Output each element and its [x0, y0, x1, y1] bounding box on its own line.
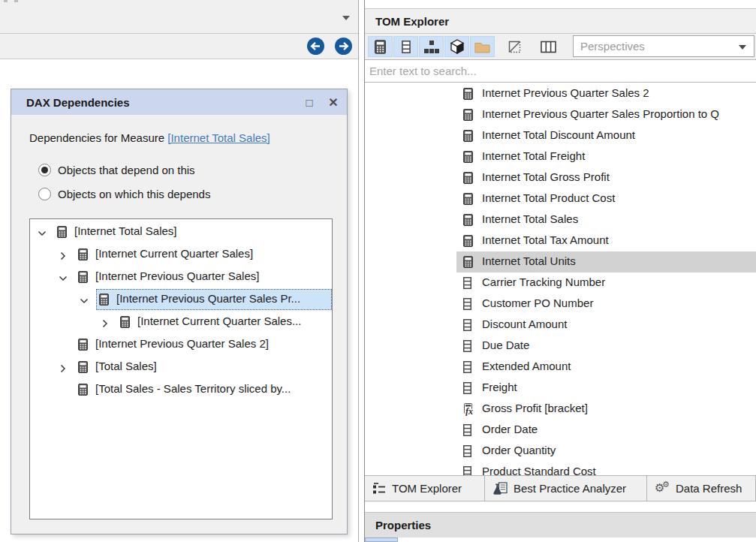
- model-tree-item[interactable]: Customer PO Number: [365, 294, 756, 315]
- item-label: Customer PO Number: [482, 297, 593, 309]
- model-tree-item[interactable]: Internet Total Discount Amount: [365, 125, 756, 146]
- column-icon: [463, 277, 471, 289]
- model-tree-item[interactable]: Order Quantity: [365, 441, 756, 462]
- partitions-toggle-button[interactable]: [536, 36, 561, 57]
- tree-expander[interactable]: [80, 295, 89, 309]
- model-tree-item[interactable]: Freight: [365, 378, 756, 399]
- radio-selected-icon[interactable]: [38, 164, 51, 176]
- chevron-down-icon[interactable]: [59, 274, 68, 283]
- panel-header: TOM Explorer: [365, 8, 756, 34]
- measure-icon: [78, 361, 88, 376]
- search-input[interactable]: [365, 60, 756, 82]
- chevron-down-icon: [739, 45, 746, 50]
- search-box: [365, 59, 756, 83]
- tree-expander[interactable]: [59, 250, 68, 263]
- column-icon: [463, 382, 471, 394]
- tab-best-practice-analyzer[interactable]: Best Practice Analyzer: [485, 476, 647, 501]
- item-label: Internet Total Discount Amount: [482, 128, 635, 141]
- measures-toggle-button[interactable]: [368, 36, 393, 57]
- item-label: Internet Total Gross Profit: [482, 170, 610, 183]
- navigation-bar: [0, 34, 358, 59]
- hidden-objects-toggle-button[interactable]: [502, 36, 527, 57]
- model-tree-item[interactable]: Internet Total Freight: [365, 146, 756, 167]
- tree-expander[interactable]: [59, 273, 68, 286]
- model-tree-item[interactable]: Internet Total Units: [365, 251, 756, 273]
- properties-header: Properties: [365, 512, 756, 537]
- model-tree-item[interactable]: Due Date: [365, 336, 756, 357]
- tree-item-label: [Internet Current Quarter Sales]: [95, 247, 253, 260]
- close-button[interactable]: ✕: [326, 95, 341, 110]
- tree-expander[interactable]: [38, 227, 47, 241]
- dax-tree-row[interactable]: [Internet Previous Quarter Sales]: [30, 266, 332, 288]
- model-tree-item[interactable]: Discount Amount: [365, 315, 756, 336]
- chevron-down-icon[interactable]: [342, 16, 350, 20]
- column-icon: [463, 298, 471, 310]
- chevron-right-icon[interactable]: [101, 319, 110, 328]
- radio-unselected-icon[interactable]: [38, 188, 51, 200]
- tables-icon: [450, 39, 465, 54]
- item-label: Internet Total Product Cost: [482, 191, 615, 204]
- tree-expander[interactable]: [59, 363, 68, 376]
- dax-tree-row[interactable]: [Total Sales]: [30, 356, 332, 378]
- perspectives-combobox[interactable]: Perspectives: [573, 35, 754, 57]
- hidden-objects-icon: [508, 40, 522, 54]
- column-icon: [463, 466, 471, 475]
- dialog-title: DAX Dependencies: [26, 96, 130, 109]
- chevron-right-icon[interactable]: [59, 364, 68, 373]
- back-button[interactable]: [307, 38, 324, 55]
- measure-link[interactable]: [Internet Total Sales]: [167, 131, 270, 144]
- model-tree-item[interactable]: Internet Previous Quarter Sales 2: [365, 83, 756, 104]
- description-text: Dependencies for Measure: [29, 131, 167, 144]
- chevron-right-icon[interactable]: [59, 251, 68, 260]
- model-tree-item[interactable]: Internet Total Product Cost: [365, 188, 756, 209]
- measure-icon: [78, 271, 88, 283]
- radio-objects-this-depends-on[interactable]: Objects on which this depends: [38, 188, 210, 200]
- measure-icon: [57, 226, 67, 238]
- dialog-titlebar[interactable]: DAX Dependencies □ ✕: [11, 89, 347, 115]
- model-tree-item[interactable]: Carrier Tracking Number: [365, 273, 756, 294]
- model-tree-item[interactable]: Order Date: [365, 420, 756, 441]
- column-icon: [463, 340, 471, 355]
- dax-tree-row[interactable]: [Internet Previous Quarter Sales Pr...: [30, 288, 332, 311]
- tab-data-refresh[interactable]: ⚙⚙Data Refresh: [647, 476, 756, 501]
- model-tree-item[interactable]: Product Standard Cost: [365, 462, 756, 475]
- tab-tom-explorer[interactable]: TOM Explorer: [365, 476, 485, 501]
- model-tree-item[interactable]: Internet Total Tax Amount: [365, 230, 756, 251]
- model-tree-item[interactable]: Internet Total Sales: [365, 209, 756, 230]
- model-tree-item[interactable]: Internet Previous Quarter Sales Proporti…: [365, 104, 756, 125]
- item-label: Due Date: [482, 339, 529, 351]
- model-tree-item[interactable]: Internet Total Gross Profit: [365, 167, 756, 188]
- model-tree-item[interactable]: fxGross Profit [bracket]: [365, 399, 756, 420]
- dax-tree-row[interactable]: [Total Sales - Sales Territory sliced by…: [30, 378, 332, 401]
- column-icon: [463, 445, 471, 460]
- column-icon: [463, 298, 471, 313]
- measure-icon: [463, 193, 473, 208]
- column-icon: [463, 466, 471, 475]
- measure-icon: [463, 256, 473, 268]
- columns-toggle-button[interactable]: [393, 36, 418, 57]
- chevron-down-icon[interactable]: [80, 297, 89, 306]
- calculated-column-icon: fx: [463, 403, 477, 419]
- dax-tree-row[interactable]: [Internet Current Quarter Sales]: [30, 243, 332, 266]
- column-icon: [463, 340, 471, 352]
- column-icon: [463, 361, 471, 373]
- tree-expander[interactable]: [101, 318, 110, 331]
- column-icon: [463, 424, 471, 439]
- dax-tree-row[interactable]: [Internet Current Quarter Sales...: [30, 311, 332, 333]
- model-tree-item[interactable]: Extended Amount: [365, 357, 756, 378]
- measure-icon: [463, 151, 473, 163]
- forward-button[interactable]: [335, 38, 352, 55]
- tree-item-label: [Internet Total Sales]: [74, 224, 176, 237]
- folders-toggle-button[interactable]: [470, 36, 495, 57]
- hierarchies-toggle-button[interactable]: [419, 36, 444, 57]
- measure-icon: [78, 339, 88, 354]
- column-icon: [463, 319, 471, 334]
- radio-objects-that-depend[interactable]: Objects that depend on this: [38, 164, 195, 176]
- item-label: Internet Previous Quarter Sales Proporti…: [482, 107, 719, 120]
- chevron-down-icon[interactable]: [38, 229, 47, 238]
- dax-tree-row[interactable]: [Internet Previous Quarter Sales 2]: [30, 333, 332, 356]
- tables-toggle-button[interactable]: [444, 36, 469, 57]
- measures-icon: [375, 40, 386, 54]
- maximize-button[interactable]: □: [302, 95, 317, 110]
- dax-tree-row[interactable]: [Internet Total Sales]: [30, 221, 332, 243]
